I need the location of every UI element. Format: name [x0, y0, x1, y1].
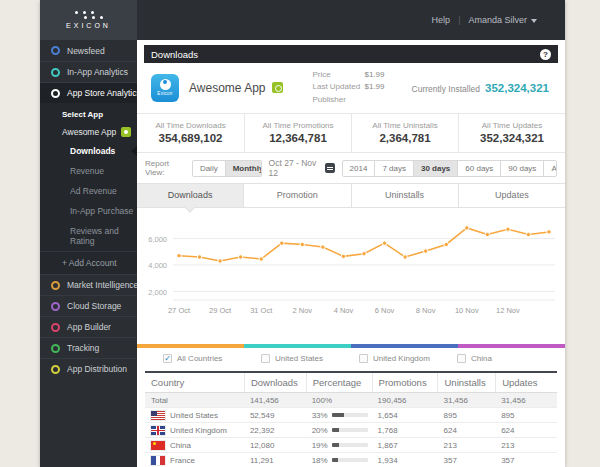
date-range[interactable]: Oct 27 - Nov 12 [269, 158, 335, 178]
uninstalls-cell: 357 [437, 456, 495, 465]
stat-all-time-promotions[interactable]: All Time Promotions12,364,781 [244, 114, 351, 152]
view-daily[interactable]: Daily [193, 161, 225, 176]
table-row[interactable]: United Kingdom22,39220%1,768624624 [145, 423, 557, 438]
checkbox-unchecked-icon[interactable] [359, 354, 368, 363]
app-icon: Exicon [151, 74, 179, 102]
legend-all-countries[interactable]: ✓All Countries [163, 354, 261, 363]
data-point[interactable] [506, 227, 510, 231]
help-link[interactable]: Help [432, 15, 451, 25]
range-30-days[interactable]: 30 days [413, 161, 457, 176]
table-row[interactable]: United States52,54933%1,654895895 [145, 408, 557, 423]
tab-uninstalls[interactable]: Uninstalls [351, 184, 458, 207]
calendar-icon[interactable] [325, 163, 335, 173]
sidebar-item-app-store-analytics[interactable]: App Store Analytics [40, 82, 137, 103]
brand-logo[interactable]: EXICON [40, 0, 137, 40]
data-point[interactable] [177, 254, 181, 258]
x-tick-label: 4 Nov [334, 306, 354, 315]
column-header-promotions[interactable]: Promotions [372, 373, 438, 392]
data-point[interactable] [321, 245, 325, 249]
sidebar-item-label: Cloud Storage [67, 301, 121, 311]
x-tick-label: 10 Nov [455, 306, 479, 315]
sidebar-subitem-reviews-and-rating[interactable]: Reviews and Rating [40, 221, 137, 251]
data-point[interactable] [423, 249, 427, 253]
data-point[interactable] [259, 257, 263, 261]
chevron-down-icon [531, 19, 537, 23]
report-controls: Report View: DailyMonthly Oct 27 - Nov 1… [137, 153, 565, 183]
legend-united-states[interactable]: United States [261, 354, 359, 363]
range-all-time[interactable]: All Time [543, 161, 557, 176]
data-point[interactable] [218, 259, 222, 263]
promotions-cell: 1,768 [372, 426, 438, 435]
sidebar-item-market-intelligence[interactable]: Market Intelligence [40, 274, 137, 295]
data-point[interactable] [444, 242, 448, 246]
range-90-days[interactable]: 90 days [500, 161, 543, 176]
checkbox-unchecked-icon[interactable] [457, 354, 466, 363]
range-2014[interactable]: 2014 [343, 161, 375, 176]
legend-china[interactable]: China [457, 354, 555, 363]
data-point[interactable] [197, 255, 201, 259]
data-point[interactable] [403, 255, 407, 259]
data-point[interactable] [300, 242, 304, 246]
promotions-cell: 1,654 [372, 411, 438, 420]
column-header-uninstalls[interactable]: Uninstalls [437, 373, 495, 392]
data-point[interactable] [485, 233, 489, 237]
data-point[interactable] [362, 252, 366, 256]
legend-united-kingdom[interactable]: United Kingdom [359, 354, 457, 363]
data-point[interactable] [280, 241, 284, 245]
flag-icon-us [151, 411, 165, 420]
sidebar-subitem-ad-revenue[interactable]: Ad Revenue [40, 181, 137, 201]
top-bar: EXICON Help | Amanda Silver [40, 0, 565, 40]
sidebar-item-app-builder[interactable]: App Builder [40, 316, 137, 337]
range-60-days[interactable]: 60 days [457, 161, 500, 176]
data-point[interactable] [382, 241, 386, 245]
column-header-downloads[interactable]: Downloads [244, 373, 306, 392]
column-header-percentage[interactable]: Percentage [306, 373, 372, 392]
sidebar-subitem-downloads[interactable]: Downloads [40, 141, 137, 161]
app-status-badge[interactable] [272, 82, 283, 93]
brand-name: EXICON [66, 22, 111, 29]
tab-promotion[interactable]: Promotion [243, 184, 350, 207]
data-point[interactable] [465, 226, 469, 230]
data-point[interactable] [547, 230, 551, 234]
promotions-cell: 1,934 [372, 456, 438, 465]
tab-updates[interactable]: Updates [458, 184, 565, 207]
sidebar-selected-app[interactable]: Awesome App [40, 123, 137, 141]
sidebar-item-newsfeed[interactable]: Newsfeed [40, 40, 137, 61]
stat-all-time-uninstalls[interactable]: All Time Uninstalls2,364,781 [351, 114, 458, 152]
app-name: Awesome App [189, 81, 266, 95]
add-account-link[interactable]: + Add Account [40, 251, 137, 274]
page: EXICON Help | Amanda Silver NewsfeedIn-A… [0, 0, 600, 467]
sidebar-item-in-app-analytics[interactable]: In-App Analytics [40, 61, 137, 82]
info-icon[interactable]: ? [540, 49, 551, 60]
nav-ring-icon [51, 344, 60, 353]
column-header-updates[interactable]: Updates [495, 373, 557, 392]
user-menu[interactable]: Amanda Silver [468, 15, 537, 25]
range-7-days[interactable]: 7 days [374, 161, 413, 176]
column-header-country[interactable]: Country [145, 373, 244, 392]
checkbox-checked-icon[interactable]: ✓ [163, 354, 172, 363]
sidebar-subitem-in-app-purchase[interactable]: In-App Purchase [40, 201, 137, 221]
data-point[interactable] [526, 233, 530, 237]
downloads-cell: 12,080 [244, 441, 306, 450]
view-monthly[interactable]: Monthly [225, 161, 262, 176]
chart-section: 2,0004,0006,000 27 Oct29 Oct31 Oct2 Nov4… [137, 208, 565, 326]
series-color-bar [244, 344, 351, 348]
percentage-bar [332, 458, 368, 462]
sidebar-item-label: App Store Analytics [67, 88, 137, 98]
sidebar-subitem-revenue[interactable]: Revenue [40, 161, 137, 181]
select-app-label[interactable]: Select App [40, 103, 137, 123]
data-point[interactable] [341, 254, 345, 258]
stat-all-time-updates[interactable]: All Time Updates352,324,321 [458, 114, 565, 152]
tab-downloads[interactable]: Downloads [137, 184, 243, 207]
table-row[interactable]: France11,29118%1,934357357 [145, 453, 557, 467]
stat-all-time-downloads[interactable]: All Time Downloads354,689,102 [137, 114, 244, 152]
data-point[interactable] [238, 255, 242, 259]
sidebar-item-cloud-storage[interactable]: Cloud Storage [40, 295, 137, 316]
price-value: $1.99 [365, 69, 385, 81]
stat-value: 354,689,102 [137, 132, 244, 144]
checkbox-unchecked-icon[interactable] [261, 354, 270, 363]
app-chip-icon [121, 127, 131, 137]
sidebar-item-app-distribution[interactable]: App Distribution [40, 358, 137, 379]
sidebar-item-tracking[interactable]: Tracking [40, 337, 137, 358]
table-row[interactable]: China12,08019%1,867213213 [145, 438, 557, 453]
